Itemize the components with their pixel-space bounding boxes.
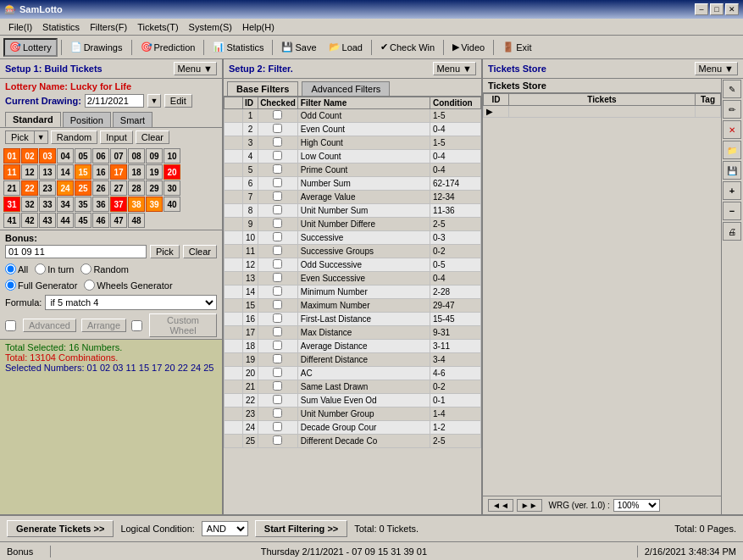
middle-menu-button[interactable]: Menu ▼ (433, 62, 476, 75)
toolbar-video[interactable]: ▶ Video (447, 38, 490, 57)
num-2[interactable]: 02 (21, 148, 38, 164)
zoom-select[interactable]: 100% (613, 499, 660, 512)
filter-check-cell[interactable] (258, 218, 298, 231)
num-16[interactable]: 16 (92, 164, 109, 180)
num-30[interactable]: 30 (164, 180, 180, 196)
num-47[interactable]: 47 (110, 213, 127, 228)
filter-check-cell[interactable] (258, 258, 298, 272)
rt-btn-1[interactable]: ✎ (723, 80, 741, 98)
arrange-button[interactable]: Arrange (81, 319, 126, 332)
num-1[interactable]: 01 (3, 148, 20, 164)
num-10[interactable]: 10 (164, 148, 180, 164)
filter-check-cell[interactable] (258, 286, 298, 299)
radio-full-generator[interactable]: Full Generator (5, 280, 77, 291)
filter-check-cell[interactable] (258, 326, 298, 340)
tab-base-filters[interactable]: Base Filters (227, 81, 298, 96)
pick-button[interactable]: Pick (6, 131, 35, 143)
filter-check-cell[interactable] (258, 109, 298, 123)
rt-btn-add[interactable]: + (723, 181, 741, 200)
num-48[interactable]: 48 (128, 213, 145, 228)
num-32[interactable]: 32 (21, 197, 38, 212)
filter-check-cell[interactable] (258, 272, 298, 286)
minimize-button[interactable]: – (695, 3, 708, 15)
filter-check-cell[interactable] (258, 421, 298, 435)
radio-wheels-generator[interactable]: Wheels Generator (84, 280, 172, 291)
radio-all[interactable]: All (5, 263, 28, 274)
filter-check-cell[interactable] (258, 380, 298, 394)
filter-check-cell[interactable] (258, 177, 298, 191)
filter-check-cell[interactable] (258, 191, 298, 204)
filter-check-cell[interactable] (258, 435, 298, 448)
rt-btn-folder[interactable]: 📁 (723, 141, 741, 159)
num-3[interactable]: 03 (39, 148, 56, 164)
num-18[interactable]: 18 (128, 164, 145, 180)
random-button[interactable]: Random (51, 130, 98, 144)
num-34[interactable]: 34 (57, 197, 74, 212)
rt-btn-save[interactable]: 💾 (723, 161, 741, 180)
filter-check-cell[interactable] (258, 394, 298, 408)
filter-check-cell[interactable] (258, 408, 298, 421)
num-11[interactable]: 11 (3, 164, 20, 180)
edit-button[interactable]: Edit (164, 94, 192, 108)
filter-check-cell[interactable] (258, 231, 298, 245)
tab-standard[interactable]: Standard (5, 112, 61, 127)
right-menu-button[interactable]: Menu ▼ (695, 62, 738, 75)
formula-select[interactable]: if 5 match 4 (45, 295, 217, 310)
toolbar-prediction[interactable]: 🎯 Prediction (136, 38, 201, 57)
num-22[interactable]: 22 (21, 180, 38, 196)
filter-check-cell[interactable] (258, 245, 298, 258)
filter-check-cell[interactable] (258, 136, 298, 150)
pick-arrow-button[interactable]: ▼ (35, 131, 47, 143)
toolbar-exit[interactable]: 🚪 Exit (497, 38, 536, 57)
filter-check-cell[interactable] (258, 150, 298, 164)
filter-check-cell[interactable] (258, 299, 298, 313)
nav-forward-button[interactable]: ►► (517, 499, 542, 512)
filter-check-cell[interactable] (258, 164, 298, 177)
menu-help[interactable]: Help(H) (237, 21, 280, 33)
num-33[interactable]: 33 (39, 197, 56, 212)
num-8[interactable]: 08 (128, 148, 145, 164)
num-36[interactable]: 36 (92, 197, 109, 212)
num-31[interactable]: 31 (3, 197, 20, 212)
num-35[interactable]: 35 (75, 197, 91, 212)
num-7[interactable]: 07 (110, 148, 127, 164)
left-menu-button[interactable]: Menu ▼ (174, 62, 217, 75)
num-21[interactable]: 21 (3, 180, 20, 196)
radio-random[interactable]: Random (80, 263, 129, 274)
filter-check-cell[interactable] (258, 367, 298, 380)
rt-btn-remove[interactable]: − (723, 202, 741, 220)
bonus-clear-button[interactable]: Clear (183, 245, 217, 258)
rt-btn-delete[interactable]: ✕ (723, 120, 741, 139)
toolbar-check-win[interactable]: ✔ Check Win (375, 38, 440, 57)
logical-condition-select[interactable]: AND OR (202, 521, 248, 536)
menu-tickets[interactable]: Tickets(T) (132, 21, 183, 33)
num-13[interactable]: 13 (39, 164, 56, 180)
custom-wheel-checkbox[interactable] (131, 320, 142, 331)
num-39[interactable]: 39 (146, 197, 163, 212)
num-45[interactable]: 45 (75, 213, 91, 228)
rt-btn-print[interactable]: 🖨 (723, 222, 741, 241)
maximize-button[interactable]: □ (710, 3, 724, 15)
num-14[interactable]: 14 (57, 164, 74, 180)
custom-wheel-button[interactable]: Custom Wheel (149, 313, 217, 337)
menu-filters[interactable]: Filters(F) (85, 21, 132, 33)
menu-system[interactable]: System(S) (184, 21, 237, 33)
num-17[interactable]: 17 (110, 164, 127, 180)
toolbar-statistics[interactable]: 📊 Statistics (208, 38, 269, 57)
toolbar-drawings[interactable]: 📄 Drawings (65, 38, 128, 57)
radio-in-turn[interactable]: In turn (35, 263, 74, 274)
close-button[interactable]: ✕ (725, 3, 739, 15)
num-12[interactable]: 12 (21, 164, 38, 180)
advanced-checkbox[interactable] (5, 320, 16, 331)
start-filtering-button[interactable]: Start Filtering >> (255, 520, 347, 537)
generate-tickets-button[interactable]: Generate Tickets >> (7, 520, 114, 537)
bonus-input[interactable] (5, 245, 147, 258)
num-42[interactable]: 42 (21, 213, 38, 228)
num-43[interactable]: 43 (39, 213, 56, 228)
num-44[interactable]: 44 (57, 213, 74, 228)
tab-smart[interactable]: Smart (113, 112, 152, 127)
num-46[interactable]: 46 (92, 213, 109, 228)
num-37[interactable]: 37 (110, 197, 127, 212)
num-29[interactable]: 29 (146, 180, 163, 196)
filter-check-cell[interactable] (258, 204, 298, 218)
